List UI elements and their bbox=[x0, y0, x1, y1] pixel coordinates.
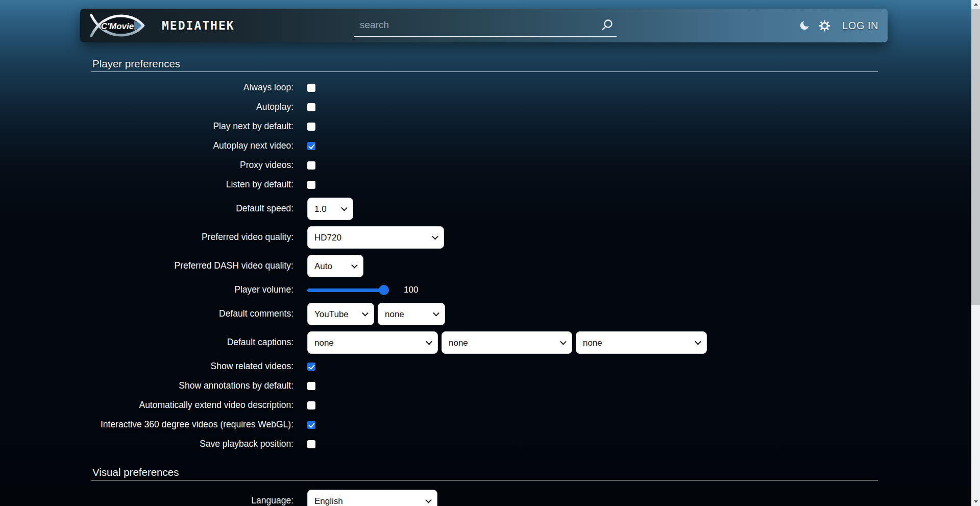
language-select-wrap: English bbox=[307, 490, 437, 506]
app-logo[interactable]: C'Movie bbox=[88, 14, 149, 37]
row-autoplay: Autoplay: bbox=[91, 100, 878, 115]
interactive-360-label: Interactive 360 degree videos (requires … bbox=[91, 419, 293, 430]
auto-extend-description-label: Automatically extend video description: bbox=[91, 400, 293, 411]
auto-extend-description-checkbox[interactable] bbox=[307, 401, 315, 409]
logo-text: C'Movie bbox=[101, 21, 134, 31]
default-speed-select-wrap: 1.0 bbox=[307, 198, 353, 220]
show-related-videos-checkbox[interactable] bbox=[307, 363, 315, 371]
theme-toggle-button[interactable] bbox=[799, 20, 810, 31]
captions-select-2[interactable]: none bbox=[442, 331, 572, 354]
search-box bbox=[354, 15, 617, 37]
vertical-scrollbar[interactable] bbox=[971, 0, 980, 506]
language-label: Language: bbox=[91, 495, 293, 506]
player-volume-label: Player volume: bbox=[91, 284, 293, 295]
default-speed-select[interactable]: 1.0 bbox=[307, 198, 353, 220]
proxy-videos-label: Proxy videos: bbox=[91, 160, 293, 171]
video-quality-select[interactable]: HD720 bbox=[307, 226, 444, 249]
player-preferences-form: Always loop: Autoplay: Play next by defa… bbox=[91, 72, 878, 454]
autoplay-label: Autoplay: bbox=[91, 102, 293, 112]
row-autoplay-next-video: Autoplay next video: bbox=[91, 138, 878, 154]
row-auto-extend-description: Automatically extend video description: bbox=[91, 398, 878, 413]
language-select[interactable]: English bbox=[307, 490, 437, 506]
comments-source-select[interactable]: YouTube bbox=[307, 303, 374, 325]
show-related-videos-label: Show related videos: bbox=[91, 361, 293, 372]
captions-select-3-wrap: none bbox=[576, 331, 707, 354]
show-annotations-label: Show annotations by default: bbox=[91, 380, 293, 391]
player-volume-slider[interactable] bbox=[307, 288, 389, 292]
save-playback-position-checkbox[interactable] bbox=[307, 440, 315, 448]
listen-by-default-checkbox[interactable] bbox=[307, 181, 315, 189]
listen-by-default-label: Listen by default: bbox=[91, 179, 293, 190]
section-title-visual-preferences: Visual preferences bbox=[91, 466, 878, 480]
section-title-player-preferences: Player preferences bbox=[91, 58, 878, 72]
row-player-volume: Player volume: 100 bbox=[91, 282, 878, 298]
captions-select-2-wrap: none bbox=[442, 331, 572, 354]
video-quality-select-wrap: HD720 bbox=[307, 226, 444, 249]
gear-icon bbox=[819, 20, 830, 32]
play-next-checkbox[interactable] bbox=[307, 123, 315, 131]
up-arrow-icon bbox=[974, 3, 978, 6]
preferred-video-quality-label: Preferred video quality: bbox=[91, 232, 293, 243]
row-language: Language: English bbox=[91, 489, 878, 506]
fish-logo-icon: C'Movie bbox=[88, 14, 149, 37]
player-volume-value: 100 bbox=[404, 285, 418, 295]
captions-select-1-wrap: none bbox=[307, 331, 438, 354]
app-header: C'Movie MEDIATHEK bbox=[80, 9, 888, 42]
interactive-360-checkbox[interactable] bbox=[307, 421, 315, 429]
scrollbar-thumb[interactable] bbox=[971, 9, 980, 305]
header-actions: LOG IN bbox=[799, 9, 878, 42]
always-loop-checkbox[interactable] bbox=[307, 84, 315, 92]
scrollbar-up-button[interactable] bbox=[971, 0, 980, 9]
dash-quality-select[interactable]: Auto bbox=[307, 255, 363, 277]
captions-select-1[interactable]: none bbox=[307, 331, 438, 354]
row-play-next-by-default: Play next by default: bbox=[91, 119, 878, 134]
default-speed-label: Default speed: bbox=[91, 203, 293, 214]
proxy-videos-checkbox[interactable] bbox=[307, 161, 315, 170]
down-arrow-icon bbox=[974, 500, 978, 503]
search-input[interactable] bbox=[354, 19, 598, 32]
row-default-comments: Default comments: YouTube none bbox=[91, 302, 878, 326]
row-listen-by-default: Listen by default: bbox=[91, 177, 878, 192]
show-annotations-checkbox[interactable] bbox=[307, 382, 315, 390]
row-preferred-dash-video-quality: Preferred DASH video quality: Auto bbox=[91, 254, 878, 278]
brand-title: MEDIATHEK bbox=[162, 19, 235, 32]
row-default-captions: Default captions: none none none bbox=[91, 331, 878, 354]
captions-select-3[interactable]: none bbox=[576, 331, 707, 354]
autoplay-next-video-label: Autoplay next video: bbox=[91, 140, 293, 151]
settings-button[interactable] bbox=[819, 20, 830, 32]
autoplay-next-video-checkbox[interactable] bbox=[307, 142, 315, 150]
play-next-label: Play next by default: bbox=[91, 121, 293, 132]
row-interactive-360: Interactive 360 degree videos (requires … bbox=[91, 417, 878, 432]
preferred-dash-quality-label: Preferred DASH video quality: bbox=[91, 260, 293, 271]
row-show-annotations: Show annotations by default: bbox=[91, 378, 878, 394]
settings-page: Player preferences Always loop: Autoplay… bbox=[91, 58, 878, 506]
autoplay-checkbox[interactable] bbox=[307, 103, 315, 111]
row-proxy-videos: Proxy videos: bbox=[91, 158, 878, 173]
default-comments-label: Default comments: bbox=[91, 308, 293, 319]
comments-source-select-wrap: YouTube bbox=[307, 303, 374, 325]
row-save-playback-position: Save playback position: bbox=[91, 437, 878, 452]
row-preferred-video-quality: Preferred video quality: HD720 bbox=[91, 226, 878, 249]
scrollbar-down-button[interactable] bbox=[971, 497, 980, 506]
row-show-related-videos: Show related videos: bbox=[91, 359, 878, 374]
save-playback-position-label: Save playback position: bbox=[91, 439, 293, 449]
comments-default-select[interactable]: none bbox=[378, 303, 445, 325]
visual-preferences-form: Language: English bbox=[91, 480, 878, 506]
row-default-speed: Default speed: 1.0 bbox=[91, 197, 878, 221]
row-always-loop: Always loop: bbox=[91, 80, 878, 95]
login-button[interactable]: LOG IN bbox=[842, 20, 878, 32]
default-captions-label: Default captions: bbox=[91, 337, 293, 348]
always-loop-label: Always loop: bbox=[91, 82, 293, 93]
dash-quality-select-wrap: Auto bbox=[307, 255, 363, 277]
search-icon[interactable] bbox=[601, 19, 614, 31]
moon-icon bbox=[799, 20, 810, 31]
comments-default-select-wrap: none bbox=[378, 303, 445, 325]
